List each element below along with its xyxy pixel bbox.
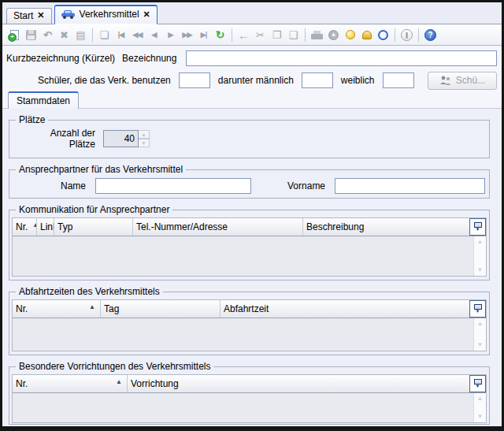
save-button[interactable] <box>23 27 39 43</box>
paste-icon: ❑ <box>289 30 298 40</box>
export-disc-button[interactable] <box>325 27 342 43</box>
cut-icon: ✂ <box>256 30 265 40</box>
toolbar-separator <box>305 28 306 42</box>
kommunikation-table-header: Nr. ▲ Link Typ Tel.-Nummer/Adresse Besch… <box>13 218 486 236</box>
schueler-count-input[interactable] <box>179 72 210 88</box>
page-tab-bar: Stammdaten <box>2 90 502 108</box>
nav-rewind-icon: ◀◀ <box>133 32 143 39</box>
nav-rewind-button[interactable]: ◀◀ <box>129 27 146 43</box>
column-chooser-button[interactable]: ▼ <box>469 300 486 318</box>
bezeichnung-input[interactable] <box>186 50 497 66</box>
nav-next-icon: ▶ <box>169 32 173 39</box>
nav-last-button[interactable]: ▶| <box>195 27 212 43</box>
reminder-button[interactable] <box>375 27 391 43</box>
maennlich-count-input[interactable] <box>302 72 333 88</box>
tab-start[interactable]: Start ✕ <box>6 8 52 24</box>
tab-start-close-icon[interactable]: ✕ <box>37 11 44 20</box>
notification-button[interactable] <box>358 27 375 43</box>
anzahl-plaetze-value[interactable]: 40 <box>103 130 139 147</box>
paste-button[interactable]: ❑ <box>285 27 302 43</box>
column-header-nr[interactable]: Nr. ▲ <box>13 218 37 236</box>
scroll-up-icon[interactable]: ▲ <box>477 239 484 245</box>
scroll-down-icon[interactable]: ▼ <box>477 267 484 273</box>
scroll-down-icon[interactable]: ▼ <box>477 342 484 348</box>
tab-verkehrsmittel-close-icon[interactable]: ✕ <box>143 10 150 19</box>
column-header-abfahrtzeit[interactable]: Abfahrtzeit <box>220 300 469 318</box>
delete-icon: ✖ <box>60 30 69 40</box>
save-icon <box>26 30 36 40</box>
back-button[interactable]: ← <box>235 27 252 43</box>
darunter-maennlich-label: darunter männlich <box>218 75 294 86</box>
scroll-down-icon[interactable]: ▼ <box>477 414 484 420</box>
column-chooser-button[interactable]: ▼ <box>469 375 486 392</box>
schueler-list-button[interactable]: Schü... <box>428 72 497 90</box>
verkehrsmittel-window: Start ✕ Verkehrsmittel ✕ ↶ ✖ ▤ ❏ |◀ <box>0 0 504 431</box>
hint-button[interactable] <box>342 27 358 43</box>
kommunikation-table-body[interactable]: ▲ ▼ <box>13 236 486 276</box>
nav-prev-button[interactable]: ◀ <box>146 27 162 43</box>
cut-button[interactable]: ✂ <box>252 27 269 43</box>
help-button[interactable]: ? <box>422 27 439 43</box>
column-header-telnummer[interactable]: Tel.-Nummer/Adresse <box>133 218 303 236</box>
vorrichtungen-scrollbar[interactable]: ▲ ▼ <box>473 393 486 422</box>
back-arrow-icon: ← <box>238 29 250 41</box>
abfahrtzeiten-scrollbar[interactable]: ▲ ▼ <box>473 318 486 351</box>
scroll-up-icon[interactable]: ▲ <box>477 396 484 402</box>
copy-button[interactable]: ❐ <box>269 27 285 43</box>
settings-icon: ∥ <box>401 29 413 41</box>
settings-button[interactable]: ∥ <box>398 27 415 43</box>
print-button[interactable] <box>309 27 325 43</box>
spinner-down-button[interactable]: ▼ <box>139 139 150 147</box>
column-chooser-button[interactable]: ▼ <box>469 218 486 236</box>
group-vorrichtungen: Besondere Vorrichtungen des Verkehrsmitt… <box>9 361 490 425</box>
bell-icon <box>362 31 372 39</box>
column-header-beschreibung[interactable]: Beschreibung <box>303 218 469 236</box>
tab-verkehrsmittel[interactable]: Verkehrsmittel ✕ <box>54 5 158 24</box>
tab-stammdaten[interactable]: Stammdaten <box>8 91 79 109</box>
kommunikation-scrollbar[interactable]: ▲ ▼ <box>473 236 486 276</box>
column-header-vorrichtung[interactable]: Vorrichtung <box>128 375 469 392</box>
undo-button[interactable]: ↶ <box>39 27 56 43</box>
stammdaten-page: Plätze Anzahl der Plätze 40 ▲ ▼ Ansprech… <box>2 108 502 426</box>
scroll-up-icon[interactable]: ▲ <box>477 321 484 327</box>
anzahl-plaetze-spinner[interactable]: 40 ▲ ▼ <box>103 130 150 147</box>
copy-record-icon: ❏ <box>100 30 109 40</box>
column-header-nr[interactable]: Nr. ▲ <box>13 300 101 318</box>
column-header-link[interactable]: Link <box>37 218 54 236</box>
abfahrtzeiten-table: Nr. ▲ Tag Abfahrtzeit ▼ ▲ ▼ <box>12 299 487 351</box>
column-header-typ[interactable]: Typ <box>54 218 133 236</box>
weiblich-label: weiblich <box>341 75 375 86</box>
nav-first-icon: |◀ <box>118 32 124 39</box>
refresh-icon: ↻ <box>216 29 225 40</box>
group-ansprechpartner-title: Ansprechpartner für das Verkehrsmittel <box>16 164 186 175</box>
kommunikation-table: Nr. ▲ Link Typ Tel.-Nummer/Adresse Besch… <box>12 217 487 277</box>
abfahrtzeiten-table-header: Nr. ▲ Tag Abfahrtzeit ▼ <box>13 300 486 318</box>
printer-icon <box>311 34 323 39</box>
vorrichtungen-table-body[interactable]: ▲ ▼ <box>13 393 486 422</box>
delete-button[interactable]: ✖ <box>56 27 72 43</box>
alarm-clock-icon <box>378 30 388 40</box>
schueler-list-button-label: Schü... <box>456 75 485 86</box>
column-header-tag[interactable]: Tag <box>101 300 220 318</box>
new-record-button[interactable] <box>6 27 23 43</box>
weiblich-count-input[interactable] <box>383 72 414 88</box>
spinner-up-button[interactable]: ▲ <box>139 130 150 139</box>
nav-forward-button[interactable]: ▶▶ <box>179 27 195 43</box>
toolbar-separator <box>418 28 419 42</box>
name-input[interactable] <box>95 178 251 194</box>
column-header-nr[interactable]: Nr. ▲ <box>13 375 128 392</box>
nav-next-button[interactable]: ▶ <box>162 27 179 43</box>
sort-asc-icon: ▲ <box>89 303 95 311</box>
undo-icon: ↶ <box>43 30 52 40</box>
toolbar-separator <box>232 28 232 42</box>
vorname-input[interactable] <box>335 178 485 194</box>
abfahrtzeiten-table-body[interactable]: ▲ ▼ <box>13 318 486 351</box>
bezeichnung-label: Bezeichnung <box>122 53 176 64</box>
group-kommunikation: Kommunikation für Ansprechpartner Nr. ▲ … <box>9 204 490 281</box>
schueler-count-label: Schüler, die das Verk. benutzen <box>38 75 171 86</box>
refresh-button[interactable]: ↻ <box>212 27 228 43</box>
edit-record-button[interactable]: ▤ <box>72 27 89 43</box>
copy-record-button[interactable]: ❏ <box>96 27 113 43</box>
toolbar: ↶ ✖ ▤ ❏ |◀ ◀◀ ◀ ▶ ▶▶ ▶| ↻ ← ✂ ❐ ❑ ∥ ? <box>2 24 502 46</box>
nav-first-button[interactable]: |◀ <box>113 27 129 43</box>
